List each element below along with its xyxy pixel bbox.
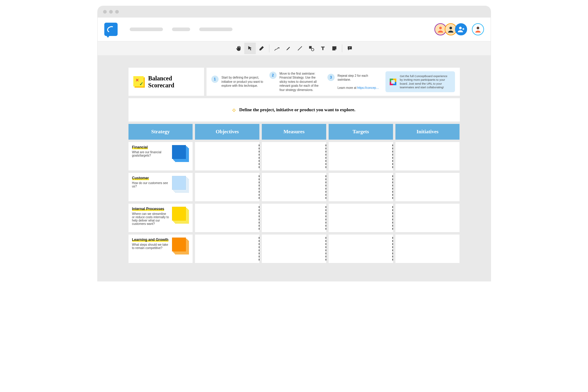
grid-cell[interactable] [395,204,460,232]
grid-cell[interactable] [395,142,460,170]
svg-point-4 [278,47,279,48]
grid-cell[interactable] [329,173,393,201]
swimlane-desc: Where can we streamline or reduce costs … [132,212,169,225]
template-title-icon: ✕✓ [133,76,145,88]
diamond-icon: ◇ [232,108,236,112]
avatar-add-user[interactable] [455,23,467,35]
svg-point-6 [311,48,314,51]
tool-eraser[interactable] [256,43,267,54]
sticky-note-stack[interactable] [172,238,189,254]
swimlane-row: Financial What are our financial goals/t… [128,142,460,170]
step-text: Start by defining the project, initiativ… [222,76,264,88]
avatar-current-user[interactable] [472,23,484,35]
svg-point-1 [449,27,452,29]
swimlane-title: Financial [132,145,148,149]
tool-marker[interactable] [283,43,294,54]
template-title: Balanced Scorecard [148,75,199,89]
grid-cell[interactable] [329,204,393,232]
browser-frame: ✕✓ Balanced Scorecard 1 Start by definin… [98,6,491,281]
column-header-targets: Targets [329,124,393,140]
column-headers: Strategy Objectives Measures Targets Ini… [128,124,460,140]
tool-text[interactable] [317,43,329,54]
grid-cell[interactable] [395,173,460,201]
toolbar [98,41,491,56]
template-header-row: ✕✓ Balanced Scorecard 1 Start by definin… [128,68,460,96]
grid-cell[interactable] [195,173,259,201]
swimlane-row: Customer How do our customers see us? [128,173,460,201]
instruction-step-1: 1 Start by defining the project, initiat… [211,76,264,88]
swimlane-desc: What are our financial goals/targets? [132,151,161,157]
conceptboard-icon [390,79,396,85]
promo-banner: Get the full Conceptboard experience by … [385,71,455,92]
grid-cell[interactable] [195,204,259,232]
svg-point-3 [476,27,479,29]
swimlane-title: Customer [132,176,149,180]
sticky-note-stack[interactable] [172,176,189,193]
grid-cell[interactable] [262,173,326,201]
step-number: 1 [211,76,219,83]
strategy-cell[interactable]: Internal Processes Where can we streamli… [128,204,193,232]
window-dot [115,10,119,14]
tool-line[interactable] [294,43,306,54]
browser-chrome [98,6,491,18]
swimlane-title: Learning and Growth [132,238,169,242]
swimlane-rows: Financial What are our financial goals/t… [128,142,460,263]
app-logo[interactable] [104,23,118,36]
swimlane-row: Internal Processes Where can we streamli… [128,204,460,232]
step-number: 2 [269,72,277,79]
swimlane-desc: What steps should we take to remain comp… [132,243,168,250]
swimlane-title: Internal Processes [132,207,164,211]
swimlane-row: Learning and Growth What steps should we… [128,235,460,263]
strategy-cell[interactable]: Learning and Growth What steps should we… [128,235,193,263]
grid-cell[interactable] [195,142,259,170]
grid-cell[interactable] [262,235,326,263]
window-dot [103,10,107,14]
svg-point-2 [459,27,462,29]
svg-point-0 [439,27,442,29]
column-header-measures: Measures [262,124,326,140]
column-header-objectives: Objectives [195,124,259,140]
template-title-card: ✕✓ Balanced Scorecard [128,68,204,96]
grid-cell[interactable] [195,235,259,263]
column-header-initiatives: Initiatives [395,124,460,140]
step-text: Repeat step 2 for each swimlane. Learn m… [338,74,380,90]
canvas[interactable]: ✕✓ Balanced Scorecard 1 Start by definin… [98,56,491,281]
swimlane-desc: How do our customers see us? [132,181,168,188]
instruction-step-3: 3 Repeat step 2 for each swimlane. Learn… [327,74,380,90]
instruction-step-2: 2 Move to the first swimlane: Financial … [269,72,322,92]
toolbar-separator [342,44,342,52]
column-header-strategy: Strategy [128,124,193,140]
breadcrumb-placeholder [130,28,232,31]
instructions-card: 1 Start by defining the project, initiat… [206,68,460,96]
strategy-cell[interactable]: Financial What are our financial goals/t… [128,142,193,170]
window-dot [109,10,113,14]
promo-text: Get the full Conceptboard experience by … [400,74,451,89]
grid-cell[interactable] [329,142,393,170]
tool-comment[interactable] [344,43,356,54]
tool-shape[interactable] [306,43,317,54]
tool-select[interactable] [244,43,256,54]
strategy-cell[interactable]: Customer How do our customers see us? [128,173,193,201]
tool-hand[interactable] [233,43,244,54]
header-right [437,23,484,35]
app-header [98,18,491,41]
toolbar-separator [269,44,269,52]
grid-cell[interactable] [262,204,326,232]
define-prompt-card[interactable]: ◇ Define the project, initiative or prod… [128,98,460,121]
grid-cell[interactable] [262,142,326,170]
step-text: Move to the first swimlane: Financial St… [280,72,322,92]
sticky-note-stack[interactable] [172,207,189,224]
learn-more-link[interactable]: https://concep… [357,86,379,89]
grid-cell[interactable] [329,235,393,263]
tool-note[interactable] [329,43,340,54]
svg-rect-5 [309,46,311,49]
grid-cell[interactable] [395,235,460,263]
define-prompt-text: Define the project, initiative or produc… [239,107,355,112]
tool-draw[interactable] [271,43,283,54]
step-number: 3 [327,74,335,81]
sticky-note-stack[interactable] [172,145,189,162]
